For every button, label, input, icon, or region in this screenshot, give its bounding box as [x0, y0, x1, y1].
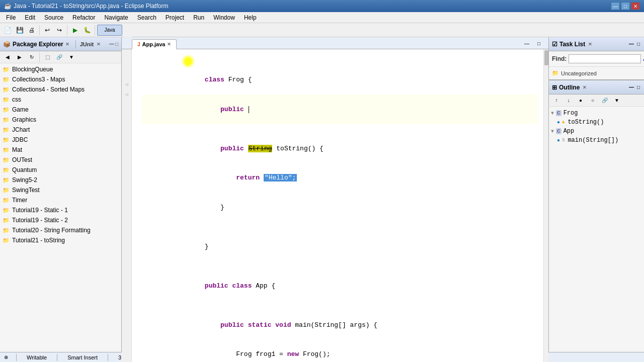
min-icon[interactable]: —: [109, 41, 114, 47]
forward-button[interactable]: ▶: [14, 52, 25, 63]
junit-tab[interactable]: JUnit: [80, 41, 94, 47]
code-line-11: [142, 301, 538, 311]
new-button[interactable]: 📄: [2, 25, 13, 36]
tree-item-quantum[interactable]: 📁 Quantum: [0, 165, 121, 175]
run-button[interactable]: ▶: [69, 25, 80, 36]
uncategorized-item[interactable]: 📁 Uncategorized: [551, 69, 642, 77]
folder-icon: 📁: [2, 216, 10, 224]
code-indent: [205, 174, 236, 182]
tree-item-game[interactable]: 📁 Game: [0, 105, 121, 115]
status-sep-1: [16, 354, 17, 361]
titlebar: ☕ Java - Tutorial21 - toString/src/App.j…: [0, 0, 644, 12]
editor-scroll[interactable]: ◁ ◁ class Frog { p: [122, 49, 548, 362]
menu-window[interactable]: Window: [209, 13, 239, 22]
tree-item-css[interactable]: 📁 css: [0, 95, 121, 105]
class-icon: C: [556, 110, 561, 116]
collapse-button[interactable]: ⬚: [42, 52, 53, 63]
menu-help[interactable]: Help: [240, 13, 261, 22]
outline-tb-btn2[interactable]: ↓: [563, 95, 574, 106]
outline-tb-btn3[interactable]: ●: [575, 95, 586, 106]
folder-icon: 📁: [2, 196, 10, 204]
maximize-button[interactable]: □: [621, 2, 630, 10]
code-line-10: public class App {: [142, 271, 538, 301]
code-line-2[interactable]: public: [142, 95, 538, 124]
editor-tab-label: App.java: [142, 41, 166, 47]
outline-tb-btn5[interactable]: 🔗: [599, 95, 610, 106]
code-area[interactable]: class Frog { public public String toSt: [138, 53, 542, 362]
tree-item-collections3[interactable]: 📁 Collections3 - Maps: [0, 74, 121, 84]
minimize-button[interactable]: —: [611, 2, 620, 10]
outline-main-label: main(String[]): [568, 137, 618, 144]
menu-refactor[interactable]: Refactor: [68, 13, 99, 22]
find-input[interactable]: [569, 54, 641, 63]
outline-header: ⊞ Outline ✕ — □: [549, 80, 644, 95]
editor-tab-appjava[interactable]: J App.java ✕: [132, 39, 177, 49]
menu-run[interactable]: Run: [189, 13, 208, 22]
outline-tb-btn1[interactable]: ↑: [551, 95, 562, 106]
close-button[interactable]: ✕: [631, 2, 640, 10]
task-list-section: ☑ Task List ✕ — □ Find: All 📁 Uncategori…: [549, 37, 644, 80]
menu-file[interactable]: File: [2, 13, 20, 22]
scrollbar-thumb[interactable]: [544, 50, 548, 65]
task-maximize[interactable]: □: [636, 41, 641, 47]
outline-maximize[interactable]: □: [636, 84, 641, 90]
code-line-1: class Frog {: [142, 55, 538, 95]
menu-source[interactable]: Source: [40, 13, 67, 22]
outline-tb-btn6[interactable]: ▼: [611, 95, 622, 106]
kw-return: return: [236, 174, 260, 182]
tree-item-timer[interactable]: 📁 Timer: [0, 195, 121, 205]
folder-icon: 📁: [2, 85, 10, 94]
menu-navigate[interactable]: Navigate: [100, 13, 132, 22]
tree-item-swing52[interactable]: 📁 Swing5-2: [0, 175, 121, 185]
editor-content[interactable]: ◁ ◁ class Frog { p: [122, 49, 548, 362]
outline-item-app[interactable]: ▼ C App: [551, 127, 642, 136]
code-line-3: [142, 124, 538, 134]
package-explorer-header: 📦 Package Explorer ✕ JUnit ✕ — □: [0, 37, 121, 51]
print-button[interactable]: 🖨: [26, 25, 37, 36]
vertical-scrollbar[interactable]: [543, 49, 548, 362]
max-icon[interactable]: □: [115, 41, 118, 47]
menu-edit[interactable]: Edit: [21, 13, 39, 22]
editor-tab-close[interactable]: ✕: [167, 42, 171, 47]
tree-item-collections4[interactable]: 📁 Collections4 - Sorted Maps: [0, 84, 121, 95]
outline-tb-btn4[interactable]: ○: [587, 95, 598, 106]
outline-item-tostring[interactable]: ● ▲ toString(): [557, 118, 642, 127]
tree-item-swingtest[interactable]: 📁 SwingTest: [0, 185, 121, 195]
editor-minimize[interactable]: —: [521, 38, 532, 49]
link-button[interactable]: 🔗: [54, 52, 65, 63]
back-button[interactable]: ◀: [2, 52, 13, 63]
undo-button[interactable]: ↩: [42, 25, 53, 36]
tree-item-mat[interactable]: 📁 Mat: [0, 145, 121, 155]
debug-button[interactable]: 🐛: [82, 25, 93, 36]
tree-item-blockingqueue[interactable]: 📁 BlockingQueue: [0, 64, 121, 74]
folder-icon: 📁: [2, 75, 10, 83]
view-menu-button[interactable]: ▼: [66, 52, 77, 63]
kw-class: class: [205, 76, 224, 83]
tree-item-outest[interactable]: 📁 OUTest: [0, 155, 121, 165]
tree-item-jdbc[interactable]: 📁 JDBC: [0, 135, 121, 145]
outline-minimize[interactable]: —: [628, 84, 635, 90]
editor-maximize[interactable]: □: [533, 38, 544, 49]
tree-item-tutorial20[interactable]: 📁 Tutorial20 - String Formatting: [0, 225, 121, 235]
save-button[interactable]: 💾: [14, 25, 25, 36]
package-explorer-title: Package Explorer: [13, 41, 63, 48]
outline-item-frog[interactable]: ▼ C Frog: [551, 109, 642, 118]
menu-project[interactable]: Project: [162, 13, 188, 22]
tree-item-graphics[interactable]: 📁 Graphics: [0, 115, 121, 125]
class-icon2: C: [556, 128, 561, 134]
left-panel-minimize[interactable]: — □: [109, 41, 118, 47]
task-minimize[interactable]: —: [628, 41, 635, 47]
outline-toolbar: ↑ ↓ ● ○ 🔗 ▼: [549, 95, 644, 107]
refresh-button[interactable]: ↻: [26, 52, 37, 63]
toolbar-sep-1: [39, 25, 40, 35]
tree-item-tutorial19-1[interactable]: 📁 Tutorial19 - Static - 1: [0, 205, 121, 215]
tree-item-tutorial21[interactable]: 📁 Tutorial21 - toString: [0, 235, 121, 245]
redo-button[interactable]: ↪: [54, 25, 65, 36]
tree-item-tutorial19-2[interactable]: 📁 Tutorial19 - Static - 2: [0, 215, 121, 225]
tree-item-label: Tutorial21 - toString: [12, 237, 65, 244]
menu-search[interactable]: Search: [133, 13, 160, 22]
tree-item-label: Collections4 - Sorted Maps: [12, 86, 85, 93]
outline-item-main[interactable]: ● S main(String[]): [557, 136, 642, 145]
tree-item-jchart[interactable]: 📁 JChart: [0, 125, 121, 135]
java-perspective-button[interactable]: Java: [97, 25, 122, 36]
